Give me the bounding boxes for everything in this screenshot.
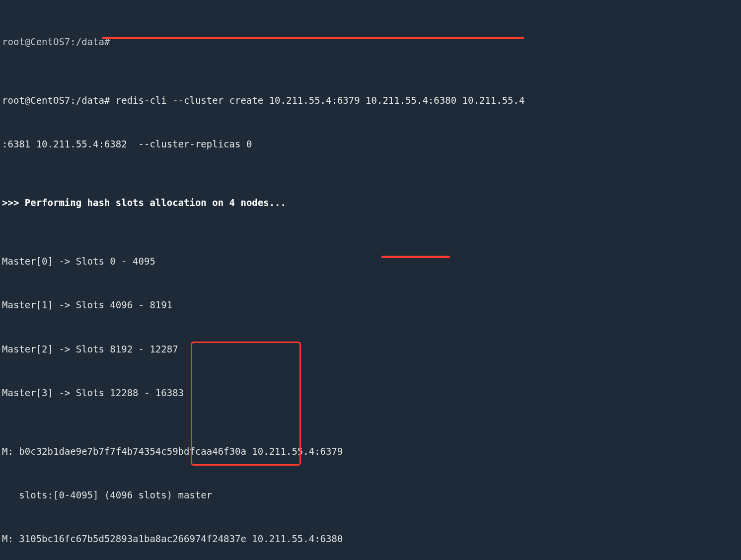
node1-1a: M: 3105bc16fc67b5d52893a1ba8ac266974f248…	[2, 532, 739, 546]
command-line-2: :6381 10.211.55.4:6382 --cluster-replica…	[2, 137, 739, 151]
node1-0a: M: b0c32b1dae9e7b7f7f4b74354c59bdfcaa46f…	[2, 444, 739, 459]
master3-slots: Master[3] -> Slots 12288 - 16383	[2, 386, 739, 400]
prompt-text: root@CentOS7:/data#	[2, 95, 116, 106]
node1-0b: slots:[0-4095] (4096 slots) master	[2, 488, 739, 502]
prompt-text-partial: root@CentOS7:/data#	[2, 36, 110, 47]
master0-slots: Master[0] -> Slots 0 - 4095	[2, 254, 739, 269]
perform-slots-line: >>> Performing hash slots allocation on …	[2, 196, 739, 210]
command-text-1: redis-cli --cluster create 10.211.55.4:6…	[116, 95, 525, 106]
master2-slots: Master[2] -> Slots 8192 - 12287	[2, 342, 739, 356]
perform-slots-text: Performing hash slots allocation on 4 no…	[25, 197, 286, 208]
terminal-output: root@CentOS7:/data# root@CentOS7:/data# …	[0, 0, 741, 560]
command-line-1: root@CentOS7:/data# redis-cli --cluster …	[2, 93, 739, 108]
master1-slots: Master[1] -> Slots 4096 - 8191	[2, 298, 739, 312]
prompt-line-partial: root@CentOS7:/data#	[2, 35, 739, 49]
